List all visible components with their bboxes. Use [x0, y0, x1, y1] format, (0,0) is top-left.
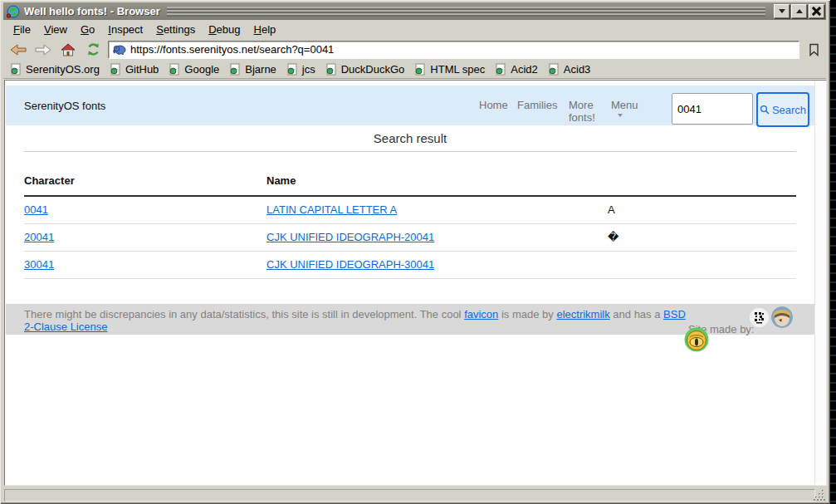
name-link[interactable]: LATIN CAPITAL LETTER A: [266, 203, 397, 216]
bookmark-jcs[interactable]: jcs: [286, 63, 315, 76]
reload-button[interactable]: [83, 41, 103, 59]
bookmark-page-icon: [495, 63, 506, 76]
search-button-label: Search: [772, 104, 806, 116]
chevron-down-icon: [618, 114, 623, 120]
bookmark-page-icon: [325, 63, 337, 76]
maximize-icon: [796, 6, 803, 13]
browser-viewport: SerenityOS fonts Home Families More font…: [4, 80, 827, 486]
search-results-table: Character Name 0041 LATIN CAPITAL LETTER…: [24, 174, 796, 279]
browser-window: Well hello fonts! - Browser File View Go…: [0, 0, 830, 504]
portrait-avatar-icon: [771, 306, 793, 328]
column-header-character: Character: [24, 174, 266, 196]
minimize-icon: [779, 9, 785, 17]
glyph-preview: �: [608, 224, 796, 252]
nav-link-menu[interactable]: Menu: [611, 99, 638, 111]
name-link[interactable]: CJK UNIFIED IDEOGRAPH-20041: [266, 231, 434, 243]
resize-grip[interactable]: [813, 489, 825, 502]
glyph-preview: A: [608, 196, 796, 224]
forward-icon: [35, 44, 51, 56]
nav-link-home[interactable]: Home: [479, 99, 508, 111]
forward-button[interactable]: [33, 41, 53, 59]
navigation-toolbar: https://fonts.serenityos.net/search?q=00…: [3, 38, 826, 61]
nav-link-families[interactable]: Families: [517, 99, 557, 111]
character-link[interactable]: 20041: [24, 231, 54, 243]
url-text[interactable]: https://fonts.serenityos.net/search?q=00…: [130, 43, 334, 56]
bookmark-serenityos-org[interactable]: SerenityOS.org: [10, 63, 100, 76]
bookmark-html-spec[interactable]: HTML spec: [414, 63, 485, 76]
qr-avatar-icon: [750, 308, 769, 327]
divider: [24, 151, 796, 152]
name-link[interactable]: CJK UNIFIED IDEOGRAPH-30041: [266, 258, 434, 271]
site-favicon-elephant-icon: [113, 44, 126, 56]
bookmark-google[interactable]: Google: [169, 63, 219, 76]
bookmark-acid2[interactable]: Acid2: [495, 63, 538, 76]
menu-help[interactable]: Help: [247, 22, 283, 37]
menu-inspect[interactable]: Inspect: [101, 22, 149, 37]
home-button[interactable]: [58, 41, 78, 59]
bookmark-page-icon: [229, 63, 241, 76]
bookmark-page-icon: [10, 63, 22, 76]
maximize-button[interactable]: [791, 4, 807, 18]
back-button[interactable]: [8, 41, 28, 59]
close-button[interactable]: [809, 4, 824, 18]
web-page: SerenityOS fonts Home Families More font…: [6, 81, 814, 484]
table-row: 0041 LATIN CAPITAL LETTER A A: [24, 196, 796, 224]
footer-disclaimer: There might be discrepancies in any data…: [24, 308, 693, 333]
bookmark-github[interactable]: GitHub: [110, 63, 159, 76]
bookmark-page-icon: [110, 63, 121, 76]
menu-settings[interactable]: Settings: [149, 22, 202, 37]
menu-view[interactable]: View: [37, 22, 74, 37]
menubar: File View Go Inspect Settings Debug Help: [3, 22, 826, 37]
bookmark-acid3[interactable]: Acid3: [548, 63, 591, 76]
desktop-background-strip: [830, 0, 836, 504]
titlebar-stripes: [167, 7, 765, 17]
character-link[interactable]: 30041: [24, 258, 54, 271]
minimize-button[interactable]: [774, 4, 790, 18]
desktop: Well hello fonts! - Browser File View Go…: [0, 0, 836, 504]
close-icon: [812, 7, 821, 16]
search-button[interactable]: Search: [756, 92, 809, 127]
column-header-name: Name: [266, 174, 608, 196]
table-row: 30041 CJK UNIFIED IDEOGRAPH-30041: [24, 252, 796, 279]
yellow-avatar-icon: [684, 327, 709, 352]
back-icon: [10, 44, 27, 56]
bookmark-icon: [809, 43, 819, 56]
vertical-scrollbar[interactable]: [814, 81, 825, 484]
bookmark-page-icon: [414, 63, 426, 76]
titlebar[interactable]: Well hello fonts! - Browser: [3, 2, 826, 20]
menu-go[interactable]: Go: [74, 22, 101, 37]
electrikmilk-link[interactable]: electrikmilk: [556, 308, 609, 321]
character-link[interactable]: 0041: [24, 203, 48, 216]
menu-debug[interactable]: Debug: [202, 22, 247, 37]
author-avatar-yellow[interactable]: [684, 327, 709, 352]
page-footer: There might be discrepancies in any data…: [6, 304, 814, 335]
menu-file[interactable]: File: [7, 22, 37, 37]
bookmark-page-icon: [286, 63, 298, 76]
url-bar[interactable]: https://fonts.serenityos.net/search?q=00…: [108, 41, 799, 59]
bookmark-page-icon: [548, 63, 560, 76]
reload-icon: [86, 42, 100, 56]
search-input[interactable]: [672, 93, 753, 125]
site-title: SerenityOS fonts: [24, 100, 105, 112]
table-header-row: Character Name: [24, 174, 796, 196]
author-avatar-qr[interactable]: [750, 308, 769, 327]
nav-link-more-fonts[interactable]: More fonts!: [569, 99, 605, 124]
bookmark-page-icon: [169, 63, 180, 76]
table-row: 20041 CJK UNIFIED IDEOGRAPH-20041 �: [24, 224, 796, 252]
bookmarks-bar: SerenityOS.org GitHub Google Bjarne jcs …: [3, 61, 826, 77]
window-title: Well hello fonts! - Browser: [24, 5, 160, 17]
bookmark-bjarne[interactable]: Bjarne: [229, 63, 276, 76]
search-icon: [760, 105, 770, 115]
author-avatar-portrait[interactable]: [771, 306, 793, 328]
site-header: SerenityOS fonts Home Families More font…: [6, 86, 814, 125]
column-header-glyph: [608, 174, 796, 196]
page-title: Search result: [6, 131, 814, 145]
bookmark-duckduckgo[interactable]: DuckDuckGo: [325, 63, 405, 76]
home-icon: [61, 43, 76, 56]
glyph-preview: [608, 252, 796, 279]
favicon-link[interactable]: favicon: [464, 308, 498, 321]
add-bookmark-button[interactable]: [804, 41, 823, 59]
browser-globe-icon: [7, 5, 20, 18]
status-bar: [4, 489, 815, 502]
